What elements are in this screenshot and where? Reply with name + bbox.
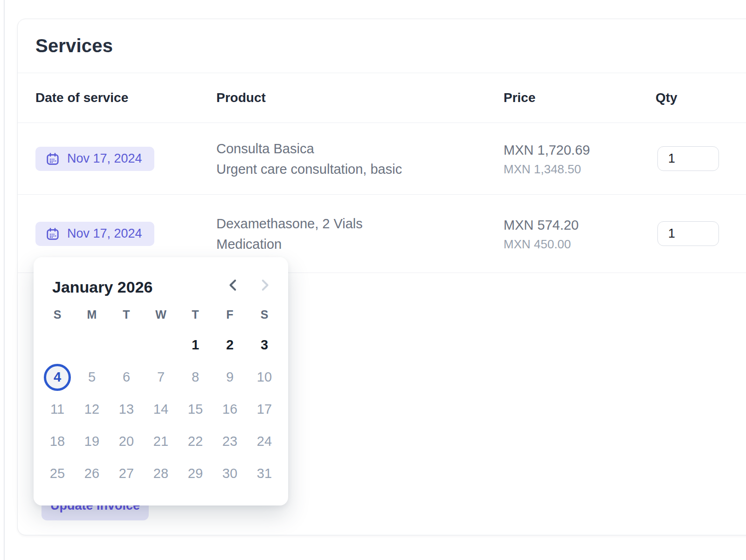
- col-header-qty: Qty: [656, 90, 746, 105]
- services-title: Services: [35, 35, 113, 56]
- calendar-weekday-label: S: [40, 308, 75, 321]
- calendar-day: 27: [109, 458, 144, 490]
- calendar-day: 11: [40, 393, 75, 425]
- date-of-service-button[interactable]: Nov 17, 2024: [35, 222, 154, 246]
- calendar-day: 24: [247, 425, 282, 458]
- date-of-service-button[interactable]: Nov 17, 2024: [35, 147, 154, 171]
- product-name: Consulta Basica: [216, 138, 504, 159]
- calendar-day: 8: [178, 361, 213, 393]
- calendar-day: 5: [75, 361, 109, 393]
- calendar-day: 10: [247, 361, 282, 393]
- table-row: Nov 17, 2024 Consulta Basica Urgent care…: [18, 123, 746, 195]
- calendar-weekday-label: M: [75, 308, 109, 321]
- price-primary: MXN 574.20: [504, 215, 656, 235]
- calendar-day: 14: [144, 393, 178, 425]
- chevron-right-icon: [255, 275, 275, 295]
- calendar-weekday-label: T: [178, 308, 213, 321]
- date-of-service-label: Nov 17, 2024: [67, 151, 142, 166]
- calendar-day: 22: [178, 425, 213, 458]
- calendar-empty-cell: [144, 329, 178, 361]
- calendar-weekday-row: SMTWTFS: [34, 300, 288, 329]
- calendar-day: 7: [144, 361, 178, 393]
- calendar-month-title: January 2026: [52, 278, 223, 296]
- calendar-day: 9: [213, 361, 247, 393]
- calendar-day: 19: [75, 425, 109, 458]
- calendar-weekday-label: F: [213, 308, 247, 321]
- product-name: Dexamethasone, 2 Vials: [216, 213, 504, 234]
- calendar-day: 28: [144, 458, 178, 490]
- calendar-day: 12: [75, 393, 109, 425]
- qty-input[interactable]: [657, 221, 719, 246]
- calendar-day: 31: [247, 458, 282, 490]
- col-header-date: Date of service: [35, 90, 216, 105]
- calendar-empty-cell: [109, 329, 144, 361]
- page-left-rule: [4, 0, 5, 560]
- calendar-icon: [46, 152, 60, 166]
- chevron-left-icon[interactable]: [223, 275, 243, 295]
- calendar-day[interactable]: 1: [178, 329, 213, 361]
- calendar-day: 15: [178, 393, 213, 425]
- date-of-service-label: Nov 17, 2024: [67, 226, 142, 241]
- calendar-day: 30: [213, 458, 247, 490]
- calendar-day: 23: [213, 425, 247, 458]
- product-description: Medication: [216, 234, 504, 254]
- price-secondary: MXN 450.00: [504, 235, 656, 253]
- col-header-product: Product: [216, 90, 504, 105]
- calendar-day[interactable]: 2: [213, 329, 247, 361]
- services-table-header: Date of service Product Price Qty: [18, 73, 746, 123]
- calendar-day: 25: [40, 458, 75, 490]
- calendar-weekday-label: T: [109, 308, 144, 321]
- calendar-day: 16: [213, 393, 247, 425]
- calendar-empty-cell: [75, 329, 109, 361]
- date-picker-popup: January 2026 SMTWTFS 1234567891011121314…: [34, 257, 288, 505]
- calendar-day: 6: [109, 361, 144, 393]
- price-secondary: MXN 1,348.50: [504, 160, 656, 178]
- qty-input[interactable]: [657, 146, 719, 171]
- calendar-day: 29: [178, 458, 213, 490]
- calendar-day[interactable]: 4: [40, 361, 75, 393]
- product-description: Urgent care consultation, basic: [216, 159, 504, 179]
- page: Services Date of service Product Price Q…: [0, 0, 746, 560]
- col-header-price: Price: [504, 90, 656, 105]
- calendar-weekday-label: W: [144, 308, 178, 321]
- calendar-weekday-label: S: [247, 308, 282, 321]
- calendar-day: 21: [144, 425, 178, 458]
- calendar-icon: [46, 227, 60, 241]
- calendar-empty-cell: [40, 329, 75, 361]
- calendar-day-grid: 1234567891011121314151617181920212223242…: [34, 329, 288, 490]
- calendar-day: 13: [109, 393, 144, 425]
- price-primary: MXN 1,720.69: [504, 140, 656, 160]
- calendar-day: 18: [40, 425, 75, 458]
- calendar-day: 20: [109, 425, 144, 458]
- calendar-day: 26: [75, 458, 109, 490]
- calendar-selected-day[interactable]: 4: [44, 364, 71, 391]
- calendar-day: 17: [247, 393, 282, 425]
- calendar-day[interactable]: 3: [247, 329, 282, 361]
